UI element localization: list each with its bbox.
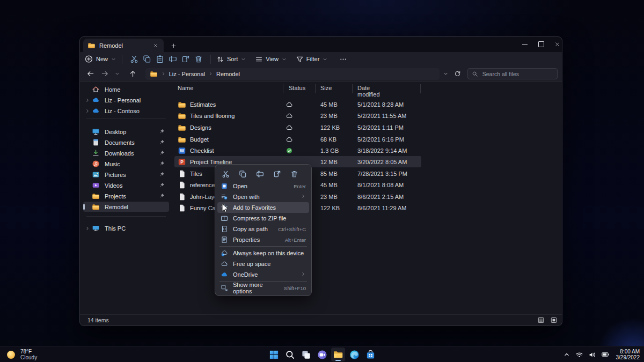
paste-button[interactable] — [153, 53, 166, 65]
cut-button[interactable] — [128, 53, 141, 65]
file-date: 5/2/2021 1:11 PM — [357, 124, 404, 131]
search-input[interactable] — [481, 70, 553, 78]
file-size: 85 MB — [320, 171, 338, 177]
battery-icon[interactable] — [601, 350, 610, 359]
new-button[interactable]: New — [84, 53, 116, 65]
start-button[interactable] — [267, 348, 281, 361]
wifi-icon[interactable] — [575, 351, 583, 359]
column-status[interactable]: Status — [289, 85, 305, 91]
menu-item-show-more-options[interactable]: Show more options Shift+F10 — [217, 283, 309, 293]
edge-button[interactable] — [347, 348, 361, 361]
sidebar-item-remodel[interactable]: Remodel — [83, 202, 169, 212]
chevron-right-icon[interactable] — [85, 108, 90, 114]
menu-item-add-to-favorites[interactable]: Add to Favorites — [217, 202, 309, 213]
large-icons-view-button[interactable] — [550, 316, 558, 324]
sidebar-item-pictures[interactable]: Pictures — [83, 169, 169, 180]
file-row[interactable]: Checklist 1.3 GB 3/18/2022 9:14 AM — [174, 145, 421, 156]
menu-item-open[interactable]: Open Enter — [217, 181, 309, 191]
minimize-button[interactable] — [517, 37, 533, 51]
delete-button[interactable] — [192, 53, 205, 65]
menu-item-copy-as-path[interactable]: Copy as path Ctrl+Shift+C — [217, 224, 309, 234]
more-options-button[interactable] — [336, 53, 349, 65]
up-button[interactable] — [127, 68, 139, 80]
volume-icon[interactable] — [588, 351, 596, 359]
copy-path-icon — [221, 225, 228, 233]
menu-item-compress-zip[interactable]: Compress to ZIP file — [217, 213, 309, 224]
refresh-icon[interactable] — [454, 70, 461, 77]
sidebar-item-downloads[interactable]: Downloads — [83, 148, 169, 158]
column-date-modified[interactable]: Date modified — [357, 85, 380, 98]
minimize-icon — [522, 44, 528, 45]
file-date: 7/28/2021 3:15 PM — [357, 171, 407, 177]
file-icon — [178, 193, 186, 201]
menu-item-properties[interactable]: Properties Alt+Enter — [217, 234, 309, 245]
file-row[interactable]: Estimates 45 MB 5/1/2021 8:28 AM — [174, 99, 421, 110]
file-row[interactable]: Tiles and flooring 23 MB 5/2/2021 11:55 … — [174, 110, 421, 121]
menu-item-open-with[interactable]: Open with — [217, 191, 309, 202]
recent-locations-button[interactable] — [113, 68, 121, 80]
sidebar-item-home[interactable]: Home — [83, 84, 169, 94]
menu-item-onedrive[interactable]: OneDrive — [217, 269, 309, 280]
new-tab-button[interactable] — [168, 40, 179, 51]
file-size: 23 MB — [320, 113, 338, 119]
cloud-status-icon — [286, 136, 293, 143]
chat-button[interactable] — [315, 348, 329, 361]
maximize-button[interactable] — [533, 37, 549, 51]
address-chevron-icon[interactable] — [443, 71, 449, 77]
sidebar-item-liz-contoso[interactable]: Liz - Contoso — [83, 106, 169, 116]
sidebar-item-desktop[interactable]: Desktop — [83, 127, 169, 137]
sidebar-item-music[interactable]: Music — [83, 159, 169, 169]
filter-button[interactable]: Filter — [296, 55, 328, 63]
delete-button[interactable] — [287, 168, 301, 180]
chevron-right-icon[interactable] — [85, 98, 90, 103]
sidebar-item-videos[interactable]: Videos — [83, 180, 169, 190]
menu-item-always-keep-on-device[interactable]: Always keep on this device — [217, 248, 309, 258]
close-button[interactable] — [549, 37, 565, 51]
app-icon — [221, 182, 228, 190]
task-view-button[interactable] — [299, 348, 313, 361]
view-button[interactable]: View — [255, 55, 287, 63]
taskbar-search-button[interactable] — [283, 348, 297, 361]
forward-button[interactable] — [99, 68, 111, 80]
rename-button[interactable] — [253, 168, 267, 180]
chevron-right-icon[interactable] — [85, 226, 90, 231]
copy-button[interactable] — [236, 168, 250, 180]
sidebar-item-liz-personal[interactable]: Liz - Personal — [83, 95, 169, 105]
taskbar-clock[interactable]: 8:00 AM 3/29/2022 — [616, 346, 640, 362]
sort-button[interactable]: Sort — [216, 55, 246, 63]
cut-button[interactable] — [218, 168, 232, 180]
tab-close-icon[interactable] — [152, 42, 159, 49]
rename-button[interactable] — [166, 53, 179, 65]
copy-button[interactable] — [141, 53, 153, 65]
breadcrumb-segment[interactable]: Liz - Personal — [169, 71, 205, 77]
chevron-down-icon — [114, 71, 120, 77]
chevron-down-icon — [281, 56, 287, 62]
sidebar-item-this-pc[interactable]: This PC — [83, 223, 169, 233]
file-row[interactable]: Designs 122 KB 5/2/2021 1:11 PM — [174, 122, 421, 133]
menu-item-free-up-space[interactable]: Free up space — [217, 258, 309, 269]
details-view-button[interactable] — [537, 316, 545, 324]
search-box[interactable] — [467, 68, 558, 79]
filter-icon — [296, 55, 304, 63]
back-button[interactable] — [84, 68, 97, 80]
sidebar-item-projects[interactable]: Projects — [83, 191, 169, 201]
microsoft-store-icon — [365, 350, 376, 360]
sidebar-label: Videos — [105, 182, 122, 189]
share-button[interactable] — [270, 168, 284, 180]
hidden-icons-chevron[interactable] — [563, 351, 570, 358]
powerpoint-file-icon — [178, 158, 186, 166]
file-icon — [178, 181, 186, 189]
file-explorer-button[interactable] — [331, 348, 345, 361]
column-size[interactable]: Size — [320, 85, 332, 91]
file-explorer-icon — [333, 349, 343, 360]
weather-widget[interactable]: 78°F Cloudy — [5, 346, 37, 362]
folder-icon — [178, 100, 186, 109]
share-button[interactable] — [179, 53, 192, 65]
store-button[interactable] — [363, 348, 377, 361]
explorer-tab[interactable]: Remodel — [83, 39, 164, 52]
column-name[interactable]: Name — [178, 85, 193, 91]
file-row[interactable]: Budget 68 KB 5/2/2021 6:16 PM — [174, 134, 421, 145]
sidebar-item-documents[interactable]: Documents — [83, 137, 169, 147]
breadcrumb-segment[interactable]: Remodel — [216, 71, 240, 77]
sidebar-divider — [86, 119, 166, 119]
